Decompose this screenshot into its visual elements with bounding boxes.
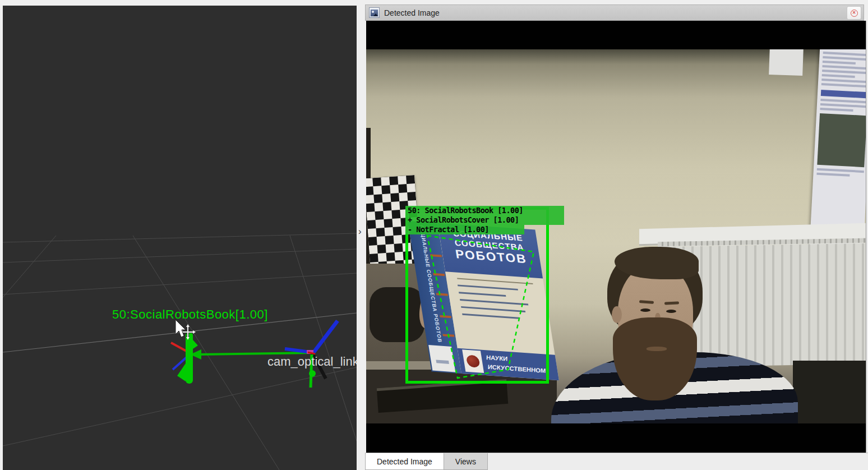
- close-panel-button[interactable]: ✕: [847, 6, 861, 20]
- bottom-tab-bar: Detected Image Views: [365, 453, 868, 470]
- image-canvas: СОЦИАЛЬНЫЕ СООБЩЕСТВА РОБОТОВ СОЦИАЛЬНЫЕ…: [366, 21, 866, 453]
- mouse-cursor: [176, 320, 186, 337]
- collapse-chevron-icon[interactable]: ›: [358, 226, 362, 237]
- 3d-viewport[interactable]: 50:SocialRobotsBook[1.00] cam_optical_li…: [3, 6, 357, 470]
- image-panel-icon: [369, 7, 380, 18]
- panel-title-bar[interactable]: Detected Image ✕: [365, 4, 864, 21]
- close-icon: ✕: [851, 10, 858, 17]
- marker-label-3d: 50:SocialRobotsBook[1.00]: [112, 307, 268, 322]
- camera-image: СОЦИАЛЬНЫЕ СООБЩЕСТВА РОБОТОВ СОЦИАЛЬНЫЕ…: [366, 49, 866, 423]
- tab-detected-image[interactable]: Detected Image: [365, 453, 444, 470]
- 3d-scene: [3, 6, 357, 470]
- book-marker-axes: [171, 332, 198, 384]
- detection-label: + SocialRobotsCover [1.00]: [405, 215, 564, 225]
- panel-title: Detected Image: [384, 8, 440, 17]
- frame-label-3d: cam_optical_link: [267, 354, 357, 369]
- detected-image-panel: Detected Image ✕: [365, 0, 868, 470]
- tab-views[interactable]: Views: [444, 453, 488, 470]
- rviz-window: 50:SocialRobotsBook[1.00] cam_optical_li…: [0, 0, 868, 470]
- detection-labels: 50: SocialRobotsBook [1.00] + SocialRobo…: [405, 206, 564, 234]
- detection-label: 50: SocialRobotsBook [1.00]: [405, 206, 564, 215]
- panel-splitter[interactable]: ›: [357, 0, 365, 470]
- detection-label: - NotFractal [1.00]: [405, 225, 524, 234]
